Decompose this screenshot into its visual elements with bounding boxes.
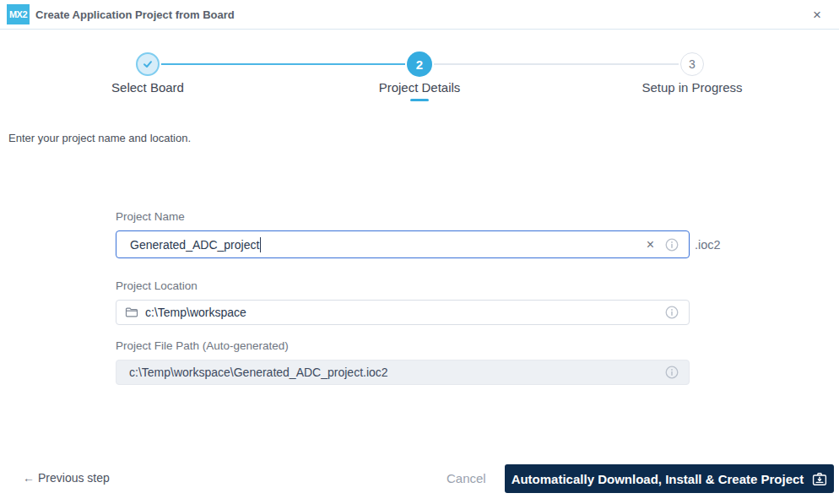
close-button[interactable]: × [807, 5, 827, 25]
project-location-input[interactable]: c:\Temp\workspace [116, 300, 690, 325]
left-arrow-icon: ← [23, 471, 35, 485]
project-location-value: c:\Temp\workspace [145, 306, 246, 319]
stepper-connector-done [161, 63, 405, 65]
info-icon[interactable] [665, 238, 679, 252]
project-location-label: Project Location [116, 279, 198, 292]
step-1-label: Select Board [55, 80, 241, 95]
wizard-stepper: 2 3 Select Board Project Details Setup i… [0, 30, 839, 114]
info-icon[interactable] [665, 366, 679, 379]
text-caret [260, 237, 261, 252]
step-3-circle: 3 [680, 52, 704, 76]
step-1-circle [136, 52, 160, 76]
file-extension-suffix: .ioc2 [695, 230, 721, 258]
check-icon [141, 57, 154, 71]
clear-icon: × [647, 237, 654, 252]
stepper-connector-upcoming [434, 63, 679, 65]
create-project-button-label: Automatically Download, Install & Create… [512, 472, 804, 486]
project-file-path-value: c:\Temp\workspace\Generated_ADC_project.… [129, 366, 388, 379]
dialog-title: Create Application Project from Board [35, 0, 235, 30]
project-name-input[interactable]: Generated_ADC_project × [116, 230, 690, 258]
project-name-label: Project Name [116, 210, 185, 223]
clear-button[interactable]: × [647, 231, 654, 257]
create-project-button[interactable]: Automatically Download, Install & Create… [505, 464, 834, 493]
step-2-label: Project Details [327, 80, 512, 95]
project-name-value: Generated_ADC_project [130, 238, 259, 252]
install-briefcase-icon [812, 472, 827, 486]
project-file-path-label: Project File Path (Auto-generated) [116, 339, 289, 352]
info-icon[interactable] [665, 306, 679, 319]
project-file-path-input: c:\Temp\workspace\Generated_ADC_project.… [116, 360, 690, 385]
folder-icon[interactable] [125, 306, 138, 318]
step-2-circle: 2 [407, 51, 432, 77]
previous-step-link[interactable]: ←Previous step [23, 471, 110, 485]
cancel-button[interactable]: Cancel [447, 471, 486, 485]
previous-step-label: Previous step [38, 471, 110, 485]
titlebar: MX2 Create Application Project from Boar… [0, 0, 839, 30]
instruction-text: Enter your project name and location. [8, 132, 191, 144]
mx2-logo: MX2 [7, 4, 30, 24]
active-step-underline [410, 99, 429, 101]
create-project-dialog: MX2 Create Application Project from Boar… [0, 0, 839, 504]
close-icon: × [813, 7, 821, 24]
step-3-label: Setup in Progress [599, 80, 785, 95]
